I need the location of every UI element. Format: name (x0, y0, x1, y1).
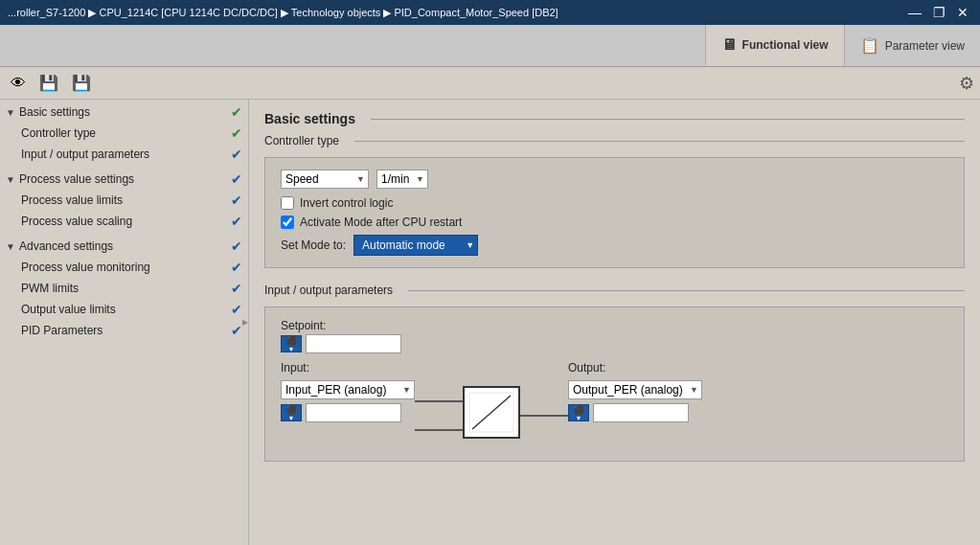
main-section-title: Basic settings (264, 111, 965, 126)
set-mode-select[interactable]: Automatic mode Manual mode Inactive (353, 235, 478, 256)
set-mode-select-wrapper[interactable]: Automatic mode Manual mode Inactive (353, 235, 478, 256)
sidebar-item-process-value-limits[interactable]: Process value limits ✔ (0, 190, 248, 211)
save-btn-1[interactable]: 💾 (34, 71, 63, 95)
sidebar-item-pid-parameters[interactable]: PID Parameters ✔ (0, 320, 248, 341)
check-basic: ✔ (231, 104, 242, 120)
sidebar-label-io-params: Input / output parameters (21, 148, 227, 161)
output-section: Output: Output_PER (analog) Output Outpu… (568, 361, 702, 422)
controller-type-box: Speed Temperature Pressure 1/min rpm Hz … (264, 157, 965, 268)
expand-icon-process: ▼ (6, 174, 15, 185)
speed-select[interactable]: Speed Temperature Pressure (281, 170, 369, 189)
check-pv-monitoring: ✔ (231, 260, 242, 275)
sidebar-label-output-limits: Output value limits (21, 303, 227, 316)
eye-btn[interactable]: 👁 (6, 72, 31, 95)
activate-mode-row[interactable]: Activate Mode after CPU restart (281, 216, 948, 229)
input-select[interactable]: Input_PER (analog) Input Input_PER (281, 380, 415, 399)
wire-left-svg (415, 392, 463, 449)
settings-icon: ⚙ (959, 73, 974, 94)
parameter-view-icon: 📋 (860, 36, 879, 55)
sidebar-item-controller-type[interactable]: Controller type ✔ (0, 123, 248, 144)
set-mode-row: Set Mode to: Automatic mode Manual mode … (281, 235, 948, 256)
set-mode-label: Set Mode to: (281, 238, 346, 252)
speed-select-wrapper[interactable]: Speed Temperature Pressure (281, 170, 369, 189)
io-params-title-text: Input / output parameters (264, 284, 393, 297)
check-controller-type: ✔ (231, 125, 242, 141)
expand-icon-advanced: ▼ (6, 241, 15, 252)
input-arrow-icon: ⬛ (286, 405, 297, 415)
io-params-box: Setpoint: ⬛ ▼ Input: Input_PER (anal (264, 307, 965, 462)
sidebar-label-pv-monitoring: Process value monitoring (21, 261, 227, 274)
breadcrumb: ...roller_S7-1200 ▶ CPU_1214C [CPU 1214C… (8, 7, 558, 19)
output-value-row: ⬛ ▼ (568, 403, 702, 422)
check-process: ✔ (231, 171, 242, 187)
main-layout: ▼ Basic settings ✔ Controller type ✔ Inp… (0, 100, 980, 545)
input-arrow-btn[interactable]: ⬛ ▼ (281, 404, 302, 421)
maximize-btn[interactable]: ❐ (929, 5, 949, 20)
sidebar-label-process: Process value settings (19, 172, 227, 186)
io-diagram-row: Input: Input_PER (analog) Input Input_PE… (281, 361, 948, 449)
invert-control-row[interactable]: Invert control logic (281, 196, 948, 210)
wire-right (520, 392, 568, 449)
unit-select-wrapper[interactable]: 1/min rpm Hz (376, 170, 428, 189)
setpoint-arrow-btn[interactable]: ⬛ ▼ (281, 335, 302, 352)
tab-functional-view[interactable]: 🖥 Functional view (705, 25, 844, 66)
input-value-row: ⬛ ▼ (281, 403, 415, 422)
speed-unit-row: Speed Temperature Pressure 1/min rpm Hz (281, 170, 948, 189)
output-select[interactable]: Output_PER (analog) Output Output_PER (568, 380, 702, 399)
output-arrow-down: ▼ (576, 415, 582, 421)
window-controls[interactable]: — ❐ ✕ (904, 5, 972, 20)
setpoint-input[interactable] (306, 334, 401, 353)
output-arrow-icon: ⬛ (574, 405, 584, 415)
sidebar: ▼ Basic settings ✔ Controller type ✔ Inp… (0, 100, 249, 545)
tab-parameter-view[interactable]: 📋 Parameter view (844, 25, 980, 66)
input-section: Input: Input_PER (analog) Input Input_PE… (281, 361, 415, 422)
sidebar-item-process-value-scaling[interactable]: Process value scaling ✔ (0, 211, 248, 232)
io-params-subtitle: Input / output parameters (264, 284, 965, 297)
sidebar-label-pv-scaling: Process value scaling (21, 215, 227, 228)
check-pwm-limits: ✔ (231, 281, 242, 296)
sidebar-section-advanced: ▼ Advanced settings ✔ Process value moni… (0, 234, 248, 343)
sidebar-item-process-value-settings[interactable]: ▼ Process value settings ✔ (0, 169, 248, 190)
input-value-input[interactable] (306, 403, 401, 422)
activate-mode-checkbox[interactable] (281, 216, 294, 229)
output-label-text: Output: (568, 361, 702, 375)
title-bar: ...roller_S7-1200 ▶ CPU_1214C [CPU 1214C… (0, 0, 980, 25)
sidebar-resize-handle[interactable] (242, 100, 248, 545)
sidebar-label-controller-type: Controller type (21, 126, 227, 140)
minimize-btn[interactable]: — (904, 5, 925, 20)
unit-select[interactable]: 1/min rpm Hz (376, 170, 428, 189)
check-advanced: ✔ (231, 238, 242, 254)
sidebar-label-advanced: Advanced settings (19, 239, 227, 253)
sidebar-item-pwm-limits[interactable]: PWM limits ✔ (0, 278, 248, 299)
input-arrow-down: ▼ (288, 415, 295, 421)
wire-right-svg (520, 392, 568, 449)
sidebar-item-pv-monitoring[interactable]: Process value monitoring ✔ (0, 257, 248, 278)
setpoint-label: Setpoint: (281, 319, 948, 332)
transfer-block (463, 386, 520, 439)
sidebar-item-basic-settings[interactable]: ▼ Basic settings ✔ (0, 102, 248, 123)
check-pv-limits: ✔ (231, 193, 242, 208)
sidebar-label-pv-limits: Process value limits (21, 193, 227, 207)
check-io-params: ✔ (231, 147, 242, 162)
setpoint-arrow-icon: ⬛ (286, 336, 297, 346)
sidebar-item-output-value-limits[interactable]: Output value limits ✔ (0, 299, 248, 320)
close-btn[interactable]: ✕ (953, 5, 972, 20)
controller-type-subtitle: Controller type (264, 134, 965, 148)
output-select-wrapper[interactable]: Output_PER (analog) Output Output_PER (568, 380, 702, 399)
sidebar-item-advanced-settings[interactable]: ▼ Advanced settings ✔ (0, 236, 248, 257)
transfer-function-svg (467, 391, 515, 434)
sidebar-label-pwm-limits: PWM limits (21, 282, 227, 295)
sidebar-section-process: ▼ Process value settings ✔ Process value… (0, 167, 248, 234)
setpoint-section: Setpoint: ⬛ ▼ (281, 319, 948, 353)
output-arrow-btn[interactable]: ⬛ ▼ (568, 404, 589, 421)
tab-functional-label: Functional view (742, 38, 829, 52)
invert-control-checkbox[interactable] (281, 196, 294, 210)
save-btn-2[interactable]: 💾 (67, 71, 96, 95)
output-value-input[interactable] (593, 403, 689, 422)
content-area: Basic settings Controller type Speed Tem… (249, 100, 980, 545)
controller-type-title-text: Controller type (264, 134, 339, 148)
input-select-wrapper[interactable]: Input_PER (analog) Input Input_PER (281, 380, 415, 399)
check-pv-scaling: ✔ (231, 214, 242, 229)
sidebar-item-io-params[interactable]: Input / output parameters ✔ (0, 144, 248, 165)
activate-mode-label: Activate Mode after CPU restart (300, 216, 462, 229)
